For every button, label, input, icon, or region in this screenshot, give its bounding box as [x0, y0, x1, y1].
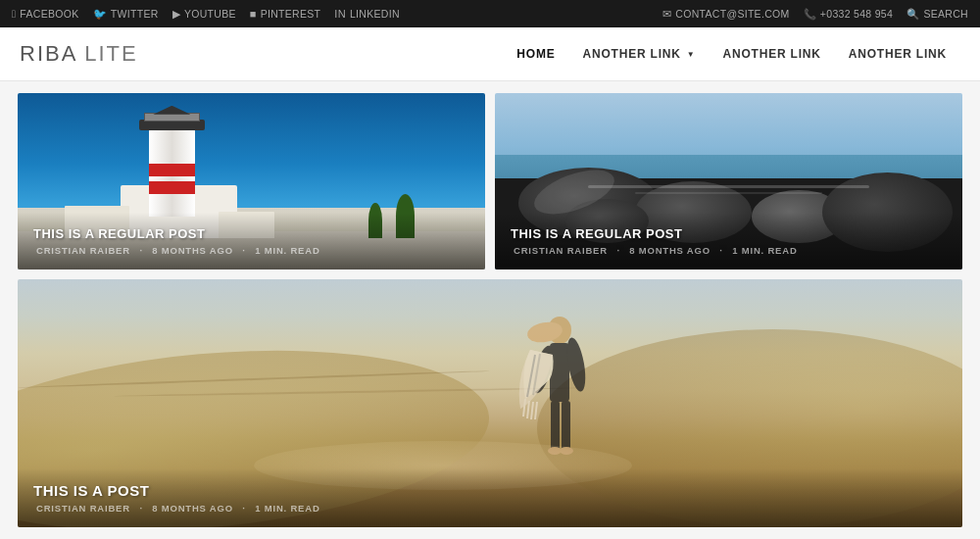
linkedin-icon: in — [334, 8, 346, 20]
post-time-3: 8 MONTHS AGO — [152, 503, 233, 514]
pinterest-icon: ■ — [250, 8, 257, 20]
search-link[interactable]: 🔍 SEARCH — [906, 8, 968, 21]
post-meta-3: CRISTIAN RAIBER · 8 MONTHS AGO · 1 MIN. … — [33, 503, 947, 514]
dropdown-caret-icon: ▼ — [687, 50, 696, 59]
twitter-icon: 🐦 — [93, 8, 107, 21]
nav-another-link-3[interactable]: ANOTHER LINK — [835, 27, 960, 81]
post-readtime-1: 1 MIN. READ — [255, 245, 319, 256]
logo-light: LITE — [76, 41, 138, 66]
dot-separator-6: · — [242, 503, 249, 514]
logo-bold: RIBA — [20, 41, 76, 66]
dot-separator-4: · — [719, 245, 726, 256]
nav-another-link-2[interactable]: ANOTHER LINK — [709, 27, 834, 81]
post-card-lighthouse[interactable]: THIS IS A REGULAR POST CRISTIAN RAIBER ·… — [18, 93, 485, 270]
post-time-1: 8 MONTHS AGO — [152, 245, 233, 256]
phone-icon: 📞 — [804, 8, 816, 21]
post-card-desert[interactable]: THIS IS A POST CRISTIAN RAIBER · 8 MONTH… — [18, 279, 962, 527]
top-bar:  FACEBOOK 🐦 TWITTER ▶ YOUTUBE ■ PINTERE… — [0, 0, 980, 27]
post-title-3: THIS IS A POST — [33, 482, 947, 499]
pinterest-link[interactable]: ■ PINTEREST — [250, 8, 321, 20]
email-icon: ✉ — [662, 8, 671, 20]
content-grid: THIS IS A REGULAR POST CRISTIAN RAIBER ·… — [0, 81, 980, 539]
header: RIBA LITE HOME ANOTHER LINK ▼ ANOTHER LI… — [0, 27, 980, 81]
post-author-3: CRISTIAN RAIBER — [36, 503, 130, 514]
main-nav: HOME ANOTHER LINK ▼ ANOTHER LINK ANOTHER… — [503, 27, 960, 81]
post-title-2: THIS IS A REGULAR POST — [511, 226, 947, 241]
youtube-label: YOUTUBE — [184, 8, 236, 20]
dot-separator-1: · — [139, 245, 146, 256]
nav-home[interactable]: HOME — [503, 27, 568, 81]
linkedin-link[interactable]: in LINKEDIN — [334, 8, 399, 20]
svg-rect-2 — [550, 343, 569, 402]
nav-another-link-1[interactable]: ANOTHER LINK ▼ — [568, 27, 709, 81]
post-readtime-2: 1 MIN. READ — [732, 245, 797, 256]
pinterest-label: PINTEREST — [261, 8, 321, 20]
top-row: THIS IS A REGULAR POST CRISTIAN RAIBER ·… — [18, 93, 962, 270]
post-time-2: 8 MONTHS AGO — [629, 245, 710, 256]
twitter-label: TWITTER — [111, 8, 159, 20]
youtube-icon: ▶ — [172, 8, 180, 21]
facebook-label: FACEBOOK — [20, 8, 78, 20]
phone-link[interactable]: 📞 +0332 548 954 — [804, 8, 894, 21]
svg-rect-11 — [551, 401, 560, 450]
search-label: SEARCH — [923, 8, 968, 20]
email-link[interactable]: ✉ CONTACT@SITE.COM — [662, 8, 790, 20]
linkedin-label: LINKEDIN — [350, 8, 400, 20]
dot-separator-2: · — [242, 245, 249, 256]
post-overlay-1: THIS IS A REGULAR POST CRISTIAN RAIBER ·… — [18, 213, 485, 270]
post-overlay-2: THIS IS A REGULAR POST CRISTIAN RAIBER ·… — [495, 213, 962, 270]
post-author-2: CRISTIAN RAIBER — [514, 245, 608, 256]
social-links:  FACEBOOK 🐦 TWITTER ▶ YOUTUBE ■ PINTERE… — [12, 8, 400, 21]
post-meta-2: CRISTIAN RAIBER · 8 MONTHS AGO · 1 MIN. … — [511, 245, 947, 256]
post-card-beach[interactable]: THIS IS A REGULAR POST CRISTIAN RAIBER ·… — [495, 93, 962, 270]
post-readtime-3: 1 MIN. READ — [255, 503, 319, 514]
facebook-link[interactable]:  FACEBOOK — [12, 8, 79, 20]
post-title-1: THIS IS A REGULAR POST — [33, 226, 469, 241]
twitter-link[interactable]: 🐦 TWITTER — [93, 8, 159, 21]
youtube-link[interactable]: ▶ YOUTUBE — [172, 8, 236, 21]
phone-number: +0332 548 954 — [820, 8, 893, 20]
contact-email: CONTACT@SITE.COM — [675, 8, 789, 20]
post-overlay-3: THIS IS A POST CRISTIAN RAIBER · 8 MONTH… — [18, 468, 962, 527]
contact-info: ✉ CONTACT@SITE.COM 📞 +0332 548 954 🔍 SEA… — [662, 8, 968, 21]
svg-line-8 — [535, 402, 537, 419]
svg-rect-12 — [562, 401, 570, 450]
dot-separator-3: · — [616, 245, 623, 256]
logo[interactable]: RIBA LITE — [20, 41, 138, 67]
dot-separator-5: · — [139, 503, 146, 514]
search-icon: 🔍 — [906, 8, 919, 21]
facebook-icon:  — [12, 8, 16, 20]
post-meta-1: CRISTIAN RAIBER · 8 MONTHS AGO · 1 MIN. … — [33, 245, 469, 256]
post-author-1: CRISTIAN RAIBER — [36, 245, 130, 256]
svg-line-7 — [531, 402, 533, 419]
